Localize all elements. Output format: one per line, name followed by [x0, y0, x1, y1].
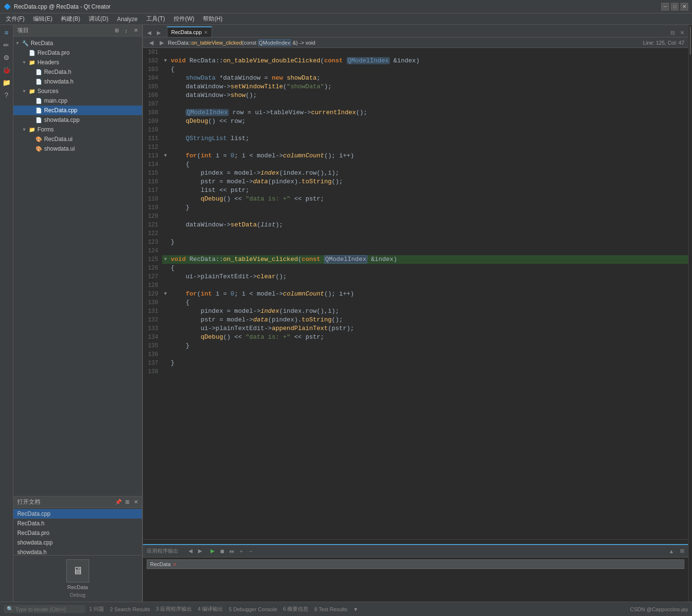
- status-test[interactable]: 8 Test Results: [312, 606, 349, 612]
- menu-debug[interactable]: 调试(D): [85, 14, 112, 24]
- help-icon[interactable]: ?: [0, 89, 12, 101]
- doc-item-showdata-cpp[interactable]: showdata.cpp: [13, 538, 142, 547]
- status-compile[interactable]: 4 编译输出: [196, 605, 225, 613]
- menu-file[interactable]: 文件(F): [2, 14, 28, 24]
- docs-expand-btn[interactable]: ⊞: [123, 498, 131, 507]
- project-toolbar: 项目 ⊞ ↕ ✕: [13, 25, 142, 36]
- status-debugger[interactable]: 5 Debugger Console: [227, 606, 279, 612]
- menu-build[interactable]: 构建(B): [57, 14, 84, 24]
- toolbar-sync-btn[interactable]: ↕: [122, 26, 130, 35]
- sources-fold-arrow[interactable]: ▼: [22, 89, 29, 94]
- bottom-minus-btn[interactable]: −: [246, 547, 255, 556]
- tree-item-recdata[interactable]: ▼ 🔧 RecData: [13, 38, 142, 48]
- tab-forward-btn[interactable]: ▶: [154, 28, 163, 37]
- code-line-120: 120: [143, 212, 688, 221]
- loc-back-btn[interactable]: ◀: [147, 38, 155, 47]
- bottom-content-bar: RecData ✕: [143, 557, 688, 571]
- menu-edit[interactable]: 编辑(E): [29, 14, 56, 24]
- open-docs-panel: 打开文档 📌 ⊞ ✕ RecData.cpp RecData.h RecData…: [13, 496, 142, 602]
- bottom-prev-btn[interactable]: ◀: [186, 547, 195, 556]
- h-file-icon: 📄: [35, 69, 42, 75]
- recdata-close-btn[interactable]: ✕: [173, 562, 176, 567]
- menu-analyze[interactable]: Analyze: [113, 15, 141, 24]
- build-icon[interactable]: ⚙: [0, 52, 12, 63]
- code-line-113: 113 ▼ for(int i = 0; i < model->columnCo…: [143, 152, 688, 160]
- bottom-expand-btn[interactable]: ⊞: [678, 547, 686, 556]
- tab-close-btn[interactable]: ✕: [204, 30, 208, 35]
- code-editor[interactable]: 101 102 ▼ void RecData::on_tableView_dou…: [143, 48, 688, 539]
- status-overview[interactable]: 6 概要信息: [281, 605, 310, 613]
- maximize-button[interactable]: □: [671, 3, 679, 11]
- code-line-115: 115 pindex = model->index(index.row(),i)…: [143, 169, 688, 178]
- code-line-128: 128: [143, 281, 688, 290]
- tree-item-recdata-ui[interactable]: 🎨 RecData.ui: [13, 134, 142, 144]
- tree-item-headers[interactable]: ▼ 📁 Headers: [13, 58, 142, 67]
- code-line-124: 124: [143, 247, 688, 255]
- doc-item-recdata-cpp[interactable]: RecData.cpp: [13, 509, 142, 519]
- toolbar-close-btn[interactable]: ✕: [131, 26, 140, 35]
- tree-item-showdata-ui[interactable]: 🎨 showdata.ui: [13, 144, 142, 154]
- tree-item-main-cpp[interactable]: 📄 main.cpp: [13, 96, 142, 106]
- status-app-output[interactable]: 3 应用程序输出: [154, 605, 194, 613]
- code-line-134: 134 qDebug() << "data is: +" << pstr;: [143, 333, 688, 342]
- showdata-ui-icon: 🎨: [35, 146, 42, 152]
- tree-item-showdata-h[interactable]: 📄 showdata.h: [13, 77, 142, 86]
- fold-arrow[interactable]: ▼: [15, 41, 22, 46]
- bottom-collapse-btn[interactable]: ▲: [667, 547, 676, 556]
- editor-split-btn[interactable]: ⊟: [668, 28, 677, 37]
- search-input[interactable]: [15, 606, 82, 612]
- tree-item-forms[interactable]: ▼ 📁 Forms: [13, 125, 142, 134]
- tree-item-showdata-cpp[interactable]: 📄 showdata.cpp: [13, 115, 142, 125]
- code-line-138: 138: [143, 367, 688, 376]
- edit-icon[interactable]: ✏: [0, 39, 12, 51]
- headers-fold-arrow[interactable]: ▼: [22, 60, 29, 65]
- vertical-scrollbar[interactable]: [688, 25, 692, 602]
- bottom-run-btn[interactable]: ▶: [208, 547, 217, 556]
- bottom-stop-btn[interactable]: ⏹: [218, 547, 226, 556]
- project2-icon[interactable]: 📁: [0, 77, 12, 88]
- title-bar-left: 🔷 RecData.cpp @ RecData - Qt Creator: [4, 3, 111, 10]
- menu-widget[interactable]: 控件(W): [170, 14, 198, 24]
- docs-pin-btn[interactable]: 📌: [114, 498, 123, 507]
- recdata-cpp-icon: 📄: [35, 107, 42, 114]
- horizontal-scrollbar[interactable]: [143, 539, 688, 544]
- scroll-thumb[interactable]: [690, 26, 691, 55]
- code-line-122: 122: [143, 229, 688, 238]
- tree-item-recdata-cpp[interactable]: 📄 RecData.cpp: [13, 106, 142, 115]
- tree-item-recdata-pro[interactable]: 📄 RecData.pro: [13, 48, 142, 58]
- toolbar-filter-btn[interactable]: ⊞: [112, 26, 121, 35]
- code-line-105: 105 dataWindow->setWindowTitle("showData…: [143, 83, 688, 91]
- status-search-results[interactable]: 2 Search Results: [108, 606, 152, 612]
- line-col-indicator: Line: 125, Col: 47: [643, 40, 684, 46]
- loc-forward-btn[interactable]: ▶: [157, 38, 166, 47]
- menu-help[interactable]: 帮助(H): [199, 14, 226, 24]
- docs-close-btn[interactable]: ✕: [131, 498, 140, 507]
- sources-folder-icon: 📁: [29, 88, 35, 95]
- bottom-add-btn[interactable]: +: [237, 547, 246, 556]
- tree-item-sources[interactable]: ▼ 📁 Sources: [13, 86, 142, 96]
- recdata-preview-debug: Debug: [70, 592, 85, 598]
- tab-back-btn[interactable]: ◀: [145, 28, 153, 37]
- tab-recdata-cpp[interactable]: RecData.cpp ✕: [167, 26, 212, 37]
- editor-close-btn[interactable]: ✕: [678, 28, 686, 37]
- doc-item-recdata-pro[interactable]: RecData.pro: [13, 528, 142, 538]
- project-icon[interactable]: ≡: [0, 27, 12, 38]
- search-box[interactable]: 🔍: [4, 605, 85, 613]
- sidebar-icons: ≡ ✏ ⚙ 🐞 📁 ?: [0, 25, 13, 602]
- bottom-next-btn[interactable]: ▶: [196, 547, 204, 556]
- doc-item-showdata-h[interactable]: showdata.h: [13, 547, 142, 555]
- menu-tools[interactable]: 工具(T): [142, 14, 169, 24]
- main-layout: ≡ ✏ ⚙ 🐞 📁 ? 项目 ⊞ ↕ ✕ ▼: [0, 25, 692, 602]
- minimize-button[interactable]: ─: [661, 3, 669, 11]
- status-dropdown-btn[interactable]: ▼: [351, 606, 360, 612]
- forms-fold-arrow[interactable]: ▼: [22, 127, 29, 132]
- close-button[interactable]: ✕: [680, 3, 688, 11]
- debug-icon[interactable]: 🐞: [0, 64, 12, 76]
- bottom-debug-btn[interactable]: ⏭: [227, 547, 236, 556]
- code-line-104: 104 showData *dataWindow = new showData;: [143, 74, 688, 83]
- doc-item-recdata-h[interactable]: RecData.h: [13, 519, 142, 528]
- code-line-126: 126 {: [143, 264, 688, 272]
- status-problems[interactable]: 1 问题: [87, 605, 106, 613]
- tree-item-recdata-h[interactable]: 📄 RecData.h: [13, 67, 142, 77]
- code-line-123: 123 }: [143, 238, 688, 247]
